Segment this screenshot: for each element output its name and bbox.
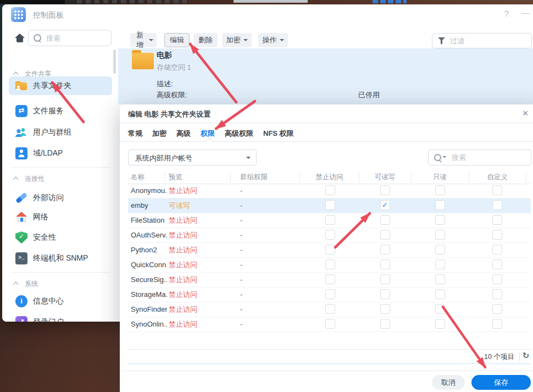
table-row-StorageMa[interactable]: StorageMa...禁止访问- <box>128 288 531 302</box>
custom-checkbox[interactable] <box>492 274 502 284</box>
user-type-dropdown[interactable]: 系统内部用户帐号 <box>128 150 257 165</box>
search-input[interactable] <box>45 32 109 44</box>
delete-button[interactable]: 删除 <box>193 33 218 47</box>
col-name[interactable]: 名称 <box>128 173 165 183</box>
sidebar-search[interactable] <box>28 30 112 46</box>
rw-checkbox[interactable] <box>380 274 390 284</box>
custom-checkbox[interactable] <box>492 230 502 240</box>
deny-checkbox[interactable] <box>325 245 335 255</box>
custom-checkbox[interactable] <box>492 185 502 195</box>
ro-checkbox[interactable] <box>435 200 445 210</box>
rw-checkbox[interactable]: ✓ <box>380 200 390 210</box>
rw-checkbox[interactable] <box>380 215 390 225</box>
filter-input[interactable] <box>449 35 528 46</box>
help-icon[interactable]: ? <box>501 9 512 18</box>
custom-checkbox[interactable] <box>492 245 502 255</box>
sidebar-item-info-center[interactable]: 信息中心 <box>9 292 112 311</box>
deny-checkbox[interactable] <box>325 304 335 314</box>
rw-checkbox[interactable] <box>380 289 390 299</box>
table-row-emby[interactable]: emby可读写-✓ <box>128 198 531 213</box>
minimize-icon[interactable]: — <box>520 8 531 17</box>
custom-checkbox[interactable] <box>492 319 502 329</box>
sidebar-item-domain-ldap[interactable]: 域/LDAP <box>9 144 112 163</box>
deny-checkbox[interactable] <box>325 230 335 240</box>
col-read-only[interactable]: 只读 <box>411 173 469 183</box>
cancel-button[interactable]: 取消 <box>432 375 465 390</box>
dialog-search-box[interactable] <box>428 150 531 165</box>
dialog-search-input[interactable] <box>451 152 529 163</box>
table-row-QuickConn[interactable]: QuickConn...禁止访问- <box>128 258 531 273</box>
table-row-SecureSig[interactable]: SecureSig...禁止访问- <box>128 273 531 288</box>
sidebar-item-terminal-snmp[interactable]: 终端机和 SNMP <box>9 249 112 268</box>
ro-checkbox[interactable] <box>435 319 445 329</box>
filter-box[interactable] <box>432 33 532 48</box>
encrypt-button[interactable]: 加密 <box>222 33 252 47</box>
home-button[interactable] <box>13 32 27 46</box>
section-connectivity[interactable]: 连接性 <box>14 174 102 183</box>
col-no-access[interactable]: 禁止访问 <box>300 173 359 183</box>
deny-checkbox[interactable] <box>325 319 335 329</box>
folder-row-selected[interactable]: 电影 存储空间 1 描述: 高级权限: 已停用 <box>118 48 533 104</box>
rw-checkbox[interactable] <box>380 304 390 314</box>
ro-checkbox[interactable] <box>435 289 445 299</box>
rw-checkbox[interactable] <box>380 319 390 329</box>
custom-checkbox[interactable] <box>492 260 502 269</box>
deny-checkbox[interactable] <box>325 185 335 195</box>
custom-checkbox[interactable] <box>492 200 502 210</box>
sidebar-item-users-groups[interactable]: 用户与群组 <box>9 123 112 142</box>
sidebar-item-login-portal[interactable]: 登录门户 <box>9 313 112 322</box>
table-row-Python2[interactable]: Python2禁止访问- <box>128 243 531 258</box>
col-read-write[interactable]: 可读写 <box>359 173 412 183</box>
edit-button[interactable]: 编辑 <box>164 33 190 47</box>
sidebar-item-file-services[interactable]: 文件服务 <box>9 102 112 120</box>
deny-checkbox[interactable] <box>325 200 335 210</box>
tab-encryption[interactable]: 加密 <box>152 125 166 141</box>
rw-checkbox[interactable] <box>380 230 390 240</box>
ro-checkbox[interactable] <box>435 260 445 269</box>
col-preview[interactable]: 预览 <box>165 173 231 183</box>
ro-checkbox[interactable] <box>435 274 445 284</box>
tab-advanced-permissions[interactable]: 高级权限 <box>225 125 253 141</box>
custom-checkbox[interactable] <box>492 289 502 299</box>
sidebar-item-security[interactable]: 安全性 <box>9 228 112 247</box>
table-row-Anonymou[interactable]: Anonymou...禁止访问- <box>128 184 531 198</box>
background-window-fragment <box>77 0 187 3</box>
col-group-permission[interactable]: 群组权限 <box>231 173 300 183</box>
table-row-FileStation[interactable]: FileStation禁止访问- <box>128 213 531 228</box>
table-row-OAuthServ[interactable]: OAuthServ...禁止访问- <box>128 228 531 243</box>
deny-checkbox[interactable] <box>325 260 335 269</box>
deny-checkbox[interactable] <box>325 274 335 284</box>
ro-checkbox[interactable] <box>435 215 445 225</box>
refresh-icon[interactable]: ↻ <box>521 351 531 362</box>
tab-nfs-permissions[interactable]: NFS 权限 <box>263 125 294 141</box>
custom-checkbox[interactable] <box>492 304 502 314</box>
sidebar-item-network[interactable]: 网络 <box>9 208 112 227</box>
deny-checkbox[interactable] <box>325 215 335 225</box>
table-row-SynoOnlin[interactable]: SynoOnlin...禁止访问- <box>128 317 531 332</box>
row-group-permission: - <box>240 184 299 198</box>
rw-checkbox[interactable] <box>380 260 390 269</box>
col-custom[interactable]: 自定义 <box>469 173 526 183</box>
sidebar-scrollbar[interactable] <box>113 49 116 74</box>
deny-checkbox[interactable] <box>325 289 335 299</box>
ro-checkbox[interactable] <box>435 304 445 314</box>
ro-checkbox[interactable] <box>435 185 445 195</box>
section-system[interactable]: 系统 <box>14 279 102 288</box>
table-row-SynoFinder[interactable]: SynoFinder禁止访问- <box>128 302 531 317</box>
action-button[interactable]: 操作 <box>258 33 288 47</box>
chevron-down-icon <box>443 156 446 159</box>
ro-checkbox[interactable] <box>435 230 445 240</box>
tab-general[interactable]: 常规 <box>128 125 142 141</box>
rw-checkbox[interactable] <box>380 185 390 195</box>
rw-checkbox[interactable] <box>380 245 390 255</box>
window-title: 控制面板 <box>33 10 64 20</box>
sidebar-item-shared-folder[interactable]: 共享文件夹 <box>9 76 112 95</box>
close-icon[interactable]: × <box>519 107 532 120</box>
external-access-icon <box>15 192 27 204</box>
add-button[interactable]: 新增 <box>130 33 157 47</box>
ro-checkbox[interactable] <box>435 245 445 255</box>
sidebar-item-external-access[interactable]: 外部访问 <box>9 189 112 207</box>
save-button[interactable]: 保存 <box>471 375 531 390</box>
tab-advanced[interactable]: 高级 <box>176 125 191 141</box>
custom-checkbox[interactable] <box>492 215 502 225</box>
